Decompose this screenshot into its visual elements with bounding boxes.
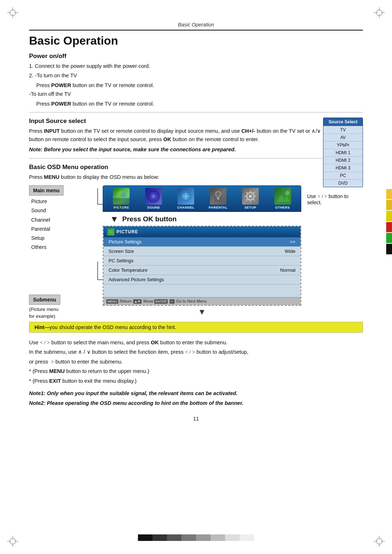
note1: Note1: Only when you input the suitable … [29,389,363,397]
up-down-sym: ∧ / ∨ [78,349,90,355]
row1-value: Wide [285,249,295,254]
page-title: Basic Operation [29,34,363,48]
picture-icon-img [113,188,130,205]
input-bold-1: INPUT [44,128,60,134]
others-icon-img [274,188,291,205]
menu-list: Picture Sound Channel Parental Setup Oth… [31,197,93,252]
osd-icon-setup: SETUP [240,188,260,209]
source-select-box: Source Select TV AV YPbPr HDMI 1 HDMI 2 … [323,118,363,187]
osd-icon-parental: PARENTAL [208,188,228,209]
right-side-strips [386,189,392,254]
bar-seg-4 [181,534,196,541]
source-item-hdmi1: HDMI 1 [323,149,363,156]
svg-rect-28 [113,198,130,205]
input-sym-1: ∧/∨ [311,128,321,134]
submenu-desc: (Picture menufor example) [29,306,93,319]
submenu-box: Submenu [29,295,60,305]
input-bold-3: OK [163,136,171,142]
osd-submenu-header: PICTURE [103,226,301,237]
submenu-label-area: Submenu (Picture menufor example) [29,295,93,319]
angle-sym-2: < / > [40,340,50,345]
power-step2b: -To turn off the TV [29,90,363,98]
note2: Note2: Please operating the OSD menu acc… [29,399,363,407]
source-item-ypbpr: YPbPr [323,141,363,149]
divider-1 [29,112,363,112]
bar-seg-1 [138,534,152,541]
osd-icon-channel: CHANNEL [176,188,196,209]
osd-top-bar: PICTURE SOUND CHANNEL [103,185,301,212]
submenu-row-3: Color Temperature Normal [103,266,301,275]
source-item-hdmi2: HDMI 2 [323,156,363,164]
use-button-hint: Use < / > button to select. [307,193,363,205]
osd-icon-others: OTHERS [273,188,293,209]
channel-label: CHANNEL [177,206,195,209]
svg-point-32 [153,196,154,197]
angle-sym-4: > [51,359,54,365]
bar-seg-2 [152,534,167,541]
source-item-av: AV [323,134,363,141]
strip-5 [386,233,392,243]
exit-bold: EXIT [49,378,61,384]
hint-ok-icon: ✓ [170,299,175,304]
bar-seg-7 [225,534,240,541]
color-bar [138,534,254,541]
page-container: Basic Operation Basic Operation Power on… [0,0,392,554]
osd-intro: Press MENU button to display the OSD men… [29,173,363,181]
bar-seg-3 [167,534,181,541]
row4-label: Advanced Picture Settings [109,277,164,282]
submenu-row-0: Picture Settings >> [103,237,301,247]
svg-point-40 [285,191,290,195]
hint-bar: Hint---you should operate the OSD menu a… [29,322,363,333]
svg-rect-42 [109,230,113,234]
divider-2 [29,158,363,159]
menu-item-picture: Picture [31,197,93,206]
row3-value: Normal [280,267,295,273]
strip-3 [386,211,392,221]
submenu-row-1: Screen Size Wide [103,247,301,256]
power-bold-2: POWER [51,101,71,107]
submenu-rows: Picture Settings >> Screen Size Wide PC … [103,237,301,284]
source-item-hdmi3: HDMI 3 [323,164,363,172]
power-step2a: Press POWER button on the TV or remote c… [36,81,363,89]
main-menu-box: Main menu [29,185,64,196]
hint-enter-icon: ENTER [154,299,168,304]
osd-menu-bold: MENU [44,174,60,180]
top-rule [29,30,363,30]
svg-point-39 [249,195,252,198]
osd-icon-picture: PICTURE [111,188,131,209]
setup-label: SETUP [244,206,256,209]
page-number: 11 [29,416,363,422]
svg-point-37 [217,197,219,200]
bottom-bullet2: * (Press EXIT button to exit the menu di… [29,377,363,385]
diagram-left: Main menu Picture Sound Channel Parental… [29,185,93,320]
strip-1 [386,189,392,199]
press-ok-area: ▼ Press OK button [110,214,301,224]
input-para1: Press INPUT button on the TV set or remo… [29,127,327,143]
menu-item-setup: Setup [31,234,93,243]
angle-sym: < / > [318,194,327,199]
press-ok-label: Press OK button [122,215,177,223]
diagram-right: Use < / > button to select. [301,185,363,205]
submenu-row-4: Advanced Picture Settings [103,275,301,284]
page-header: Basic Operation [29,22,363,28]
source-item-tv: TV [323,126,363,134]
power-step2: 2. -To turn on the TV [29,71,363,79]
diagram-center: PICTURE SOUND CHANNEL [103,185,301,318]
down-arrow-icon: ▼ [110,214,119,224]
bar-seg-6 [211,534,225,541]
channel-icon-img [177,188,194,205]
sound-icon-img [145,188,162,205]
strip-2 [386,200,392,210]
power-step1: 1. Connect to the power supply with the … [29,62,363,70]
hint-menu-icon: MENU [106,299,118,304]
osd-bottom-hint: MENU:Return ▲▼:Move ENTER ✓:Go to Next M… [103,297,301,305]
submenu-title: PICTURE [117,229,138,234]
menu-item-others: Others [31,243,93,252]
submenu-spacer [103,284,301,297]
input-source-section: Source Select TV AV YPbPr HDMI 1 HDMI 2 … [29,118,363,153]
picture-label: PICTURE [114,206,129,209]
svg-point-26 [116,193,121,198]
others-label: OTHERS [275,206,290,209]
input-bold-2: CH+/- [241,128,255,134]
source-item-dvd: DVD [323,179,363,187]
